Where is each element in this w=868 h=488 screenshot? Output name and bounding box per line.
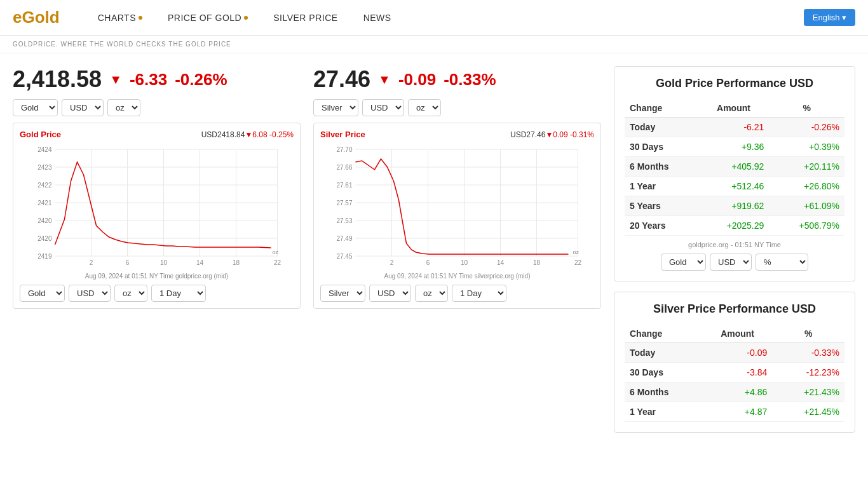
gold-chart-container: 2424 2423 2422 2421 2420 2420 2419 2 6 1…: [20, 143, 294, 270]
gold-chart-card: Gold Price USD2418.84▼6.08 -0.25%: [13, 123, 301, 309]
silver-chart-metal-select[interactable]: SilverGold: [320, 285, 365, 302]
gold-price-header: 2,418.58 ▼ -6.33 -0.26%: [13, 66, 301, 93]
svg-text:10: 10: [461, 259, 468, 266]
gold-metal-select[interactable]: GoldSilver: [13, 99, 58, 116]
subheader: GOLDPRICE. WHERE THE WORLD CHECKS THE GO…: [0, 36, 868, 53]
svg-text:27.57: 27.57: [336, 200, 352, 207]
silver-perf-col-pct: %: [772, 325, 844, 343]
gold-perf-amount: +919.62: [698, 196, 770, 216]
silver-chart-period-select[interactable]: 1 Day7 Days30 Days: [452, 285, 506, 302]
silver-perf-row: Today -0.09 -0.33%: [625, 343, 844, 363]
gold-perf-col-change: Change: [625, 99, 698, 118]
silver-perf-col-amount: Amount: [703, 325, 772, 343]
gold-perf-row: Today -6.21 -0.26%: [625, 118, 844, 137]
gold-chart-title: Gold Price: [20, 130, 61, 139]
gold-price-pct: -0.26%: [175, 70, 227, 90]
silver-perf-pct: -0.33%: [772, 343, 844, 363]
gold-chart-currency-select[interactable]: USDEUR: [69, 285, 111, 302]
svg-text:22: 22: [274, 259, 281, 266]
logo-brand: Gold: [22, 8, 59, 27]
svg-text:27.45: 27.45: [336, 253, 352, 260]
gold-chart-metal-select[interactable]: GoldSilver: [20, 285, 65, 302]
nav-silver-price[interactable]: SILVER PRICE: [273, 13, 337, 23]
svg-text:2419: 2419: [37, 253, 52, 260]
silver-perf-title: Silver Price Performance USD: [625, 302, 844, 316]
nav-links: CHARTS PRICE OF GOLD SILVER PRICE NEWS: [98, 13, 804, 23]
svg-text:oz: oz: [573, 249, 580, 255]
silver-chart-unit-select[interactable]: ozg: [415, 285, 448, 302]
gold-perf-pct: -0.26%: [769, 118, 844, 137]
gold-perf-period: 20 Years: [625, 216, 698, 236]
logo[interactable]: eGold: [13, 8, 60, 27]
gold-perf-row: 1 Year +512.46 +26.80%: [625, 177, 844, 196]
silver-chart-title: Silver Price: [320, 130, 365, 139]
silver-chart-card: Silver Price USD27.46▼0.09 -0.31%: [313, 123, 601, 309]
gold-perf-pct: +20.11%: [769, 157, 844, 177]
silver-metal-select[interactable]: SilverGold: [313, 99, 358, 116]
nav-price-of-gold[interactable]: PRICE OF GOLD: [168, 13, 248, 23]
svg-text:2421: 2421: [37, 200, 52, 207]
gold-chart-footer: Aug 09, 2024 at 01:51 NY Time goldprice.…: [20, 273, 294, 280]
silver-perf-period: Today: [625, 343, 703, 363]
silver-unit-select[interactable]: ozg: [408, 99, 441, 116]
gold-chart-unit-select[interactable]: ozg: [114, 285, 147, 302]
gold-top-selectors: GoldSilver USDEUR ozgkg: [13, 99, 301, 116]
main-content: 2,418.58 ▼ -6.33 -0.26% GoldSilver USDEU…: [0, 53, 868, 456]
language-button[interactable]: English ▾: [804, 9, 855, 26]
svg-text:14: 14: [196, 259, 204, 266]
nav-news[interactable]: NEWS: [363, 13, 391, 23]
gold-perf-title: Gold Price Performance USD: [625, 77, 844, 90]
silver-perf-period: 6 Months: [625, 383, 703, 402]
silver-chart-selectors: SilverGold USDEUR ozg 1 Day7 Days30 Days: [320, 285, 594, 302]
gold-perf-col-pct: %: [769, 99, 844, 118]
svg-text:oz: oz: [273, 249, 279, 255]
silver-currency-select[interactable]: USDEUR: [362, 99, 404, 116]
svg-text:2: 2: [90, 259, 93, 266]
gold-perf-pct: +61.09%: [769, 196, 844, 216]
gold-perf-amount: +512.46: [698, 177, 770, 196]
svg-text:27.53: 27.53: [336, 217, 352, 224]
gold-perf-period: Today: [625, 118, 698, 137]
gold-arrow-down-icon: ▼: [109, 72, 122, 87]
gold-perf-selectors: GoldSilver USDEUR %Amount: [625, 254, 844, 271]
gold-perf-row: 6 Months +405.92 +20.11%: [625, 157, 844, 177]
silver-section: 27.46 ▼ -0.09 -0.33% SilverGold USDEUR o…: [313, 66, 601, 443]
silver-perf-amount: -3.84: [703, 363, 772, 383]
silver-chart-header: Silver Price USD27.46▼0.09 -0.31%: [320, 130, 594, 139]
silver-perf-pct: +21.45%: [772, 402, 844, 422]
silver-price-header: 27.46 ▼ -0.09 -0.33%: [313, 66, 601, 93]
silver-perf-row: 1 Year +4.87 +21.45%: [625, 402, 844, 422]
svg-text:27.70: 27.70: [336, 146, 352, 153]
silver-chart-info: USD27.46▼0.09 -0.31%: [510, 130, 594, 139]
gold-unit-select[interactable]: ozgkg: [107, 99, 140, 116]
silver-arrow-down-icon: ▼: [378, 72, 391, 87]
gold-perf-currency-select[interactable]: USDEUR: [710, 254, 752, 271]
navbar: eGold CHARTS PRICE OF GOLD SILVER PRICE …: [0, 0, 868, 36]
nav-charts[interactable]: CHARTS: [98, 13, 142, 23]
svg-text:6: 6: [426, 259, 430, 266]
gold-perf-period: 1 Year: [625, 177, 698, 196]
silver-chart-currency-select[interactable]: USDEUR: [369, 285, 411, 302]
gold-chart-selectors: GoldSilver USDEUR ozg 1 Day7 Days30 Days: [20, 285, 294, 302]
silver-perf-period: 30 Days: [625, 363, 703, 383]
gold-perf-metal-select[interactable]: GoldSilver: [661, 254, 706, 271]
silver-price-change: -0.09: [398, 70, 436, 90]
svg-text:27.66: 27.66: [336, 164, 352, 171]
svg-text:2423: 2423: [37, 164, 52, 171]
gold-chart-period-select[interactable]: 1 Day7 Days30 Days: [151, 285, 206, 302]
gold-perf-pct: +506.79%: [769, 216, 844, 236]
svg-text:2420: 2420: [37, 217, 52, 224]
gold-perf-unit-select[interactable]: %Amount: [756, 254, 808, 271]
gold-perf-amount: +2025.29: [698, 216, 770, 236]
silver-top-selectors: SilverGold USDEUR ozg: [313, 99, 601, 116]
gold-price-change: -6.33: [130, 70, 167, 90]
gold-chart-info: USD2418.84▼6.08 -0.25%: [201, 130, 294, 139]
gold-perf-pct: +0.39%: [769, 137, 844, 157]
gold-currency-select[interactable]: USDEUR: [62, 99, 104, 116]
silver-perf-pct: +21.43%: [772, 383, 844, 402]
svg-text:14: 14: [497, 259, 505, 266]
gold-perf-period: 5 Years: [625, 196, 698, 216]
performance-section: Gold Price Performance USD Change Amount…: [614, 66, 855, 443]
svg-text:6: 6: [126, 259, 130, 266]
svg-text:2424: 2424: [37, 146, 52, 153]
